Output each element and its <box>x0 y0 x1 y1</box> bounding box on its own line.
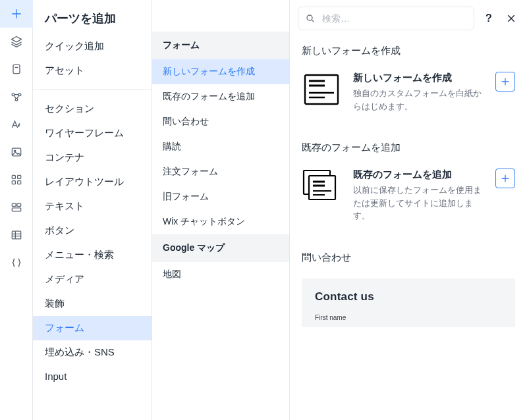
sub-contact[interactable]: 問い合わせ <box>152 109 289 134</box>
search-input[interactable] <box>321 13 467 24</box>
close-icon <box>506 13 516 24</box>
svg-rect-6 <box>12 175 15 178</box>
plus-icon <box>500 173 511 184</box>
cat-quick-add[interactable]: クイック追加 <box>33 34 152 59</box>
rail-pages[interactable] <box>0 55 33 83</box>
detail-pane: ? 新しいフォームを作成 新しいフォームを作成 独自のカスタムフォームを白紙 <box>290 0 527 420</box>
card-existing-form: 既存のフォームを追加 以前に保存したフォームを使用または更新してサイトに追加しま… <box>302 169 515 223</box>
page-icon <box>10 63 23 76</box>
search-box[interactable] <box>298 7 474 30</box>
sub-subscribe[interactable]: 購読 <box>152 134 289 159</box>
rail-theme[interactable] <box>0 111 33 138</box>
rail-database[interactable] <box>0 83 33 111</box>
panel-title: パーツを追加 <box>33 0 152 34</box>
preview-field-label: First name <box>315 314 346 321</box>
cat-button[interactable]: ボタン <box>33 219 152 243</box>
add-existing-form-button[interactable] <box>495 169 515 188</box>
contact-form-preview[interactable]: Contact us First name <box>302 278 515 327</box>
section-title-new-form: 新しいフォームを作成 <box>302 45 515 57</box>
group-header-maps: Google マップ <box>152 234 289 262</box>
divider <box>33 90 152 90</box>
grid-icon <box>10 173 23 186</box>
cat-containers[interactable]: コンテナ <box>33 145 152 170</box>
svg-point-3 <box>15 98 18 101</box>
plus-icon <box>10 7 23 20</box>
subcategory-column: フォーム 新しいフォームを作成 既存のフォームを追加 問い合わせ 購読 注文フォ… <box>152 0 290 420</box>
tool-rail <box>0 0 33 420</box>
cat-assets[interactable]: アセット <box>33 59 152 83</box>
sub-existing-form[interactable]: 既存のフォームを追加 <box>152 84 289 109</box>
cat-input[interactable]: Input <box>33 365 152 388</box>
svg-point-14 <box>307 15 312 20</box>
cat-text[interactable]: テキスト <box>33 194 152 219</box>
close-button[interactable] <box>503 11 519 26</box>
existing-form-icon <box>302 169 341 204</box>
add-new-form-button[interactable] <box>495 72 515 92</box>
search-icon <box>305 13 316 24</box>
svg-rect-7 <box>17 175 20 178</box>
group-header-form: フォーム <box>152 32 289 59</box>
cat-menu-search[interactable]: メニュー・検索 <box>33 243 152 267</box>
svg-rect-4 <box>12 148 20 156</box>
cat-media[interactable]: メディア <box>33 267 152 292</box>
sub-order-form[interactable]: 注文フォーム <box>152 159 289 184</box>
braces-icon <box>10 256 23 269</box>
table-icon <box>10 228 23 242</box>
cat-layout-tools[interactable]: レイアウトツール <box>33 170 152 194</box>
svg-rect-8 <box>12 181 15 184</box>
rail-table[interactable] <box>0 221 33 249</box>
topbar: ? <box>290 0 527 30</box>
svg-rect-11 <box>16 203 20 206</box>
rail-apps[interactable] <box>0 166 33 194</box>
card-title: 新しいフォームを作成 <box>353 72 484 84</box>
cat-wireframes[interactable]: ワイヤーフレーム <box>33 121 152 145</box>
cat-decoration[interactable]: 装飾 <box>33 292 152 316</box>
rail-sections[interactable] <box>0 194 33 221</box>
card-desc: 独自のカスタムフォームを白紙からはじめます。 <box>353 87 484 113</box>
cat-embed-sns[interactable]: 埋め込み・SNS <box>33 340 152 365</box>
card-title: 既存のフォームを追加 <box>353 169 484 181</box>
layers-icon <box>10 35 23 48</box>
preview-heading: Contact us <box>315 290 502 303</box>
sub-map[interactable]: 地図 <box>152 262 289 287</box>
svg-rect-12 <box>12 208 20 211</box>
sub-new-form[interactable]: 新しいフォームを作成 <box>152 59 289 84</box>
card-new-form: 新しいフォームを作成 独自のカスタムフォームを白紙からはじめます。 <box>302 72 515 113</box>
nodes-icon <box>10 90 23 103</box>
svg-rect-15 <box>305 75 338 104</box>
category-column: パーツを追加 クイック追加 アセット セクション ワイヤーフレーム コンテナ レ… <box>33 0 152 420</box>
svg-rect-17 <box>309 176 335 199</box>
theme-icon <box>10 118 23 131</box>
rail-layers[interactable] <box>0 28 33 55</box>
sub-legacy-form[interactable]: 旧フォーム <box>152 184 289 209</box>
plus-icon <box>500 76 511 87</box>
rail-add[interactable] <box>0 0 33 28</box>
new-form-icon <box>302 72 341 107</box>
cat-form[interactable]: フォーム <box>33 316 152 340</box>
svg-rect-9 <box>17 181 20 184</box>
svg-rect-13 <box>12 231 20 239</box>
rail-media[interactable] <box>0 138 33 166</box>
svg-rect-0 <box>13 65 20 73</box>
section-title-contact: 問い合わせ <box>302 251 515 264</box>
cat-sections[interactable]: セクション <box>33 97 152 121</box>
svg-rect-10 <box>12 203 16 206</box>
image-icon <box>10 145 23 159</box>
rail-code[interactable] <box>0 249 33 276</box>
section-title-existing-form: 既存のフォームを追加 <box>302 142 515 154</box>
help-button[interactable]: ? <box>481 11 497 26</box>
sections-icon <box>10 201 23 214</box>
sub-wix-chat[interactable]: Wix チャットボタン <box>152 209 289 234</box>
card-desc: 以前に保存したフォームを使用または更新してサイトに追加します。 <box>353 184 484 223</box>
